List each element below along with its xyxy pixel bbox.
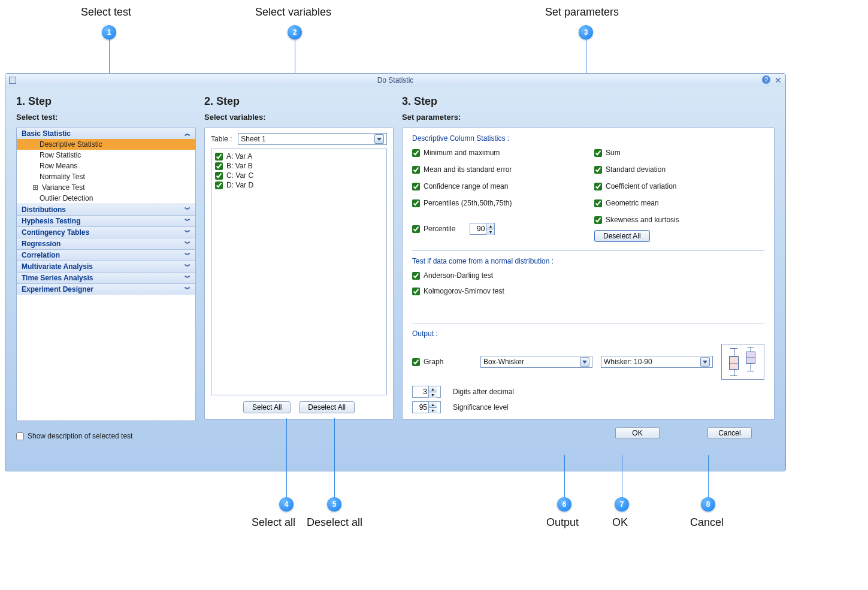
spin-up-icon[interactable]: ▲ — [486, 223, 494, 229]
opt-anderson-input[interactable] — [412, 272, 420, 280]
sig-spinner[interactable]: ▲▼ — [412, 401, 441, 413]
opt-pct3-input[interactable] — [412, 199, 420, 207]
chevron-down-icon: ︾ — [185, 251, 190, 259]
chevron-down-icon: ︾ — [185, 285, 190, 294]
callout-bubble-2: 2 — [288, 25, 302, 40]
var-check-c[interactable] — [215, 172, 223, 180]
opt-sk-input[interactable] — [594, 216, 602, 224]
callout-line-8 — [708, 455, 709, 497]
test-tree: Basic Statistic ︽ Descriptive Statistic … — [16, 128, 196, 421]
tree-cat-label: Hyphesis Testing — [22, 217, 80, 225]
tree-cat-contingency[interactable]: Contingency Tables︾ — [17, 226, 195, 238]
box-whisker-preview-icon — [721, 344, 764, 380]
digits-value[interactable] — [413, 388, 428, 396]
tree-cat-correlation[interactable]: Correlation︾ — [17, 249, 195, 261]
var-row-b[interactable]: B: Var B — [214, 161, 384, 171]
opt-pct3[interactable]: Percentiles (25th,50th,75th) — [412, 199, 582, 207]
opt-graph-input[interactable] — [412, 358, 420, 366]
tree-cat-multivariate[interactable]: Multivariate Analysis︾ — [17, 261, 195, 272]
opt-label: Kolmogorov-Smirnov test — [424, 287, 504, 295]
var-label: C: Var C — [226, 171, 253, 180]
cancel-button[interactable]: Cancel — [707, 427, 752, 439]
tree-cat-label: Experiment Designer — [22, 285, 93, 294]
table-combo[interactable]: Sheet 1 — [238, 133, 387, 145]
var-row-a[interactable]: A: Var A — [214, 152, 384, 161]
tree-cat-experiment[interactable]: Experiment Designer︾ — [17, 283, 195, 295]
tree-item-descriptive[interactable]: Descriptive Statistic — [17, 139, 195, 150]
tree-item-normality[interactable]: Normality Test — [17, 171, 195, 182]
tree-item-rowmeans[interactable]: Row Means — [17, 161, 195, 171]
opt-ci[interactable]: Confidence range of mean — [412, 182, 582, 190]
variables-list: A: Var A B: Var B C: Var C D: Var D — [211, 149, 387, 395]
var-row-c[interactable]: C: Var C — [214, 171, 384, 180]
tree-cat-timeseries[interactable]: Time Series Analysis︾ — [17, 272, 195, 283]
show-description-checkbox[interactable]: Show description of selected test — [16, 432, 196, 440]
select-all-button[interactable]: Select All — [243, 401, 291, 413]
opt-label: Mean and its standard error — [424, 165, 512, 174]
opt-label: Graph — [424, 358, 443, 366]
opt-pctl-input[interactable] — [412, 225, 420, 233]
svg-marker-2 — [377, 138, 382, 141]
ok-button[interactable]: OK — [615, 427, 660, 439]
params-deselect-all-button[interactable]: Deselect All — [594, 230, 650, 242]
opt-sd-input[interactable] — [594, 166, 602, 174]
tree-item-rowstat[interactable]: Row Statistic — [17, 150, 195, 161]
var-label: D: Var D — [226, 181, 253, 189]
tree-cat-distributions[interactable]: Distributions︾ — [17, 204, 195, 215]
opt-sd[interactable]: Standard deviation — [594, 165, 764, 174]
spin-up-icon[interactable]: ▲ — [429, 402, 437, 408]
graph-type-value: Box-Whisker — [483, 358, 524, 366]
opt-ks-input[interactable] — [412, 288, 420, 295]
opt-minmax[interactable]: Minimum and maximum — [412, 149, 582, 157]
opt-anderson[interactable]: Anderson-Darling test — [412, 271, 764, 280]
tree-cat-basic[interactable]: Basic Statistic ︽ — [17, 128, 195, 139]
help-icon[interactable]: ? — [761, 75, 771, 84]
opt-minmax-input[interactable] — [412, 149, 420, 157]
opt-mean[interactable]: Mean and its standard error — [412, 165, 582, 174]
opt-cv[interactable]: Coefficient of variation — [594, 182, 764, 190]
tree-cat-hypothesis[interactable]: Hyphesis Testing︾ — [17, 215, 195, 226]
opt-label: Confidence range of mean — [424, 182, 508, 190]
close-icon[interactable]: ✕ — [775, 75, 782, 85]
opt-cv-input[interactable] — [594, 183, 602, 190]
tree-cat-label: Correlation — [22, 251, 60, 259]
var-check-a[interactable] — [215, 153, 223, 161]
step2-subheading: Select variables: — [204, 113, 394, 122]
deselect-all-button[interactable]: Deselect All — [299, 401, 355, 413]
spin-down-icon[interactable]: ▼ — [429, 392, 437, 398]
var-check-b[interactable] — [215, 162, 223, 170]
parameters-panel: Descriptive Column Statistics : Minimum … — [402, 128, 775, 420]
callout-label-2: Select variables — [255, 6, 331, 19]
opt-ci-input[interactable] — [412, 183, 420, 190]
var-row-d[interactable]: D: Var D — [214, 180, 384, 190]
opt-mean-input[interactable] — [412, 166, 420, 174]
sig-value[interactable] — [413, 403, 428, 412]
digits-spinner[interactable]: ▲▼ — [412, 386, 441, 398]
opt-gm[interactable]: Geometric mean — [594, 199, 764, 207]
callout-label-5: Deselect all — [307, 516, 362, 529]
show-description-input[interactable] — [16, 432, 24, 440]
callout-label-3: Set parameters — [545, 6, 619, 19]
spin-down-icon[interactable]: ▼ — [429, 408, 437, 413]
tree-item-variance[interactable]: Variance Test — [17, 182, 195, 193]
opt-label: Percentiles (25th,50th,75th) — [424, 199, 512, 207]
tree-cat-regression[interactable]: Regression︾ — [17, 238, 195, 249]
graph-type-combo[interactable]: Box-Whisker — [480, 356, 592, 368]
tree-item-outlier[interactable]: Outlier Detection — [17, 193, 195, 204]
opt-sum[interactable]: Sum — [594, 149, 764, 157]
spin-down-icon[interactable]: ▼ — [486, 229, 494, 235]
var-check-d[interactable] — [215, 181, 223, 189]
whisker-combo[interactable]: Whisker: 10-90 — [601, 356, 713, 368]
opt-sk[interactable]: Skewness and kurtosis — [594, 216, 764, 224]
callout-bubble-1: 1 — [102, 25, 116, 40]
normality-title: Test if data come from a normal distribu… — [412, 257, 764, 265]
opt-gm-input[interactable] — [594, 199, 602, 207]
opt-graph[interactable]: Graph — [412, 358, 472, 366]
app-icon — [9, 77, 16, 84]
percentile-value[interactable] — [470, 225, 486, 233]
callout-label-1: Select test — [81, 6, 131, 19]
spin-up-icon[interactable]: ▲ — [429, 386, 437, 392]
percentile-spinner[interactable]: ▲▼ — [470, 223, 495, 235]
opt-sum-input[interactable] — [594, 149, 602, 157]
opt-ks[interactable]: Kolmogorov-Smirnov test — [412, 287, 764, 295]
